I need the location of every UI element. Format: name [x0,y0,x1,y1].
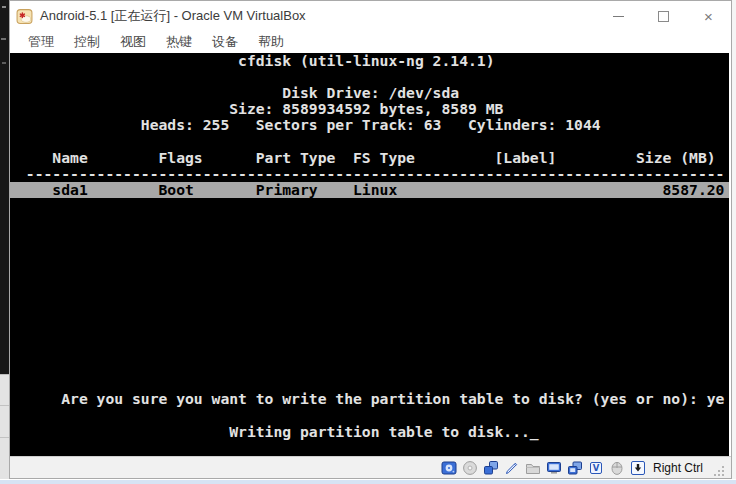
partition-row-sda1[interactable]: sda1 Boot Primary Linux 8587.20 [10,182,729,198]
statusbar: V Right Ctrl [10,456,731,478]
background-text-fragment [2,62,6,64]
terminal-line [10,214,729,230]
display-icon[interactable] [546,460,562,476]
terminal-line: Writing partition table to disk..._ [10,424,729,440]
menu-devices[interactable]: 设备 [202,31,248,53]
maximize-icon [658,11,669,22]
maximize-button[interactable] [641,1,686,31]
terminal-line [10,230,729,246]
terminal-line [10,295,729,311]
terminal-line [10,327,729,343]
window-title: Android-5.1 [正在运行] - Oracle VM VirtualBo… [40,7,306,25]
terminal-line [10,69,729,85]
terminal-line [10,246,729,262]
terminal-line: cfdisk (util-linux-ng 2.14.1) [10,53,729,69]
menu-hotkeys[interactable]: 热键 [156,31,202,53]
terminal-line: ----------------------------------------… [10,166,729,182]
terminal-line [10,198,729,214]
terminal-line [10,279,729,295]
background-window-bottom [0,374,9,484]
menu-control[interactable]: 控制 [64,31,110,53]
shared-folders-icon[interactable] [525,460,541,476]
background-text-fragment [2,6,6,8]
terminal-line [10,407,729,423]
terminal-line: Heads: 255 Sectors per Track: 63 Cylinde… [10,117,729,133]
background-text-fragment [1,38,6,40]
resize-grip[interactable] [713,465,726,478]
menu-help[interactable]: 帮助 [248,31,294,53]
hard-disks-icon[interactable] [441,460,457,476]
close-button[interactable]: × [686,1,731,31]
virtualbox-window: Android-5.1 [正在运行] - Oracle VM VirtualBo… [9,0,732,479]
window-controls: × [596,1,731,31]
svg-text:V: V [593,463,600,473]
terminal-line [10,262,729,278]
mouse-integration-icon[interactable] [609,460,625,476]
close-icon: × [704,9,713,24]
window-bottom-edge [0,479,736,484]
titlebar[interactable]: Android-5.1 [正在运行] - Oracle VM VirtualBo… [10,1,731,31]
keyboard-icon[interactable] [630,460,646,476]
features-icon[interactable]: V [588,460,604,476]
optical-drives-icon[interactable] [462,460,478,476]
guest-console-cfdisk[interactable]: cfdisk (util-linux-ng 2.14.1) Disk Drive… [10,53,729,456]
terminal-line [10,134,729,150]
vm-machine-icon [16,8,33,25]
terminal-line [10,359,729,375]
terminal-line [10,375,729,391]
divider [0,437,9,438]
menubar: 管理 控制 视图 热键 设备 帮助 [10,31,731,53]
terminal-line [10,440,729,456]
terminal-line: Are you sure you want to write the parti… [10,391,729,407]
usb-icon[interactable] [504,460,520,476]
terminal-line: Disk Drive: /dev/sda [10,85,729,101]
host-key-label: Right Ctrl [653,461,703,475]
video-capture-icon[interactable] [567,460,583,476]
menu-view[interactable]: 视图 [110,31,156,53]
divider [0,405,9,406]
background-window-sliver [0,0,9,484]
terminal-line: Name Flags Part Type FS Type [Label] Siz… [10,150,729,166]
terminal-line [10,311,729,327]
minimize-icon [613,16,624,17]
terminal-line [10,343,729,359]
terminal-line: Size: 8589934592 bytes, 8589 MB [10,101,729,117]
network-icon[interactable] [483,460,499,476]
minimize-button[interactable] [596,1,641,31]
menu-machine[interactable]: 管理 [18,31,64,53]
